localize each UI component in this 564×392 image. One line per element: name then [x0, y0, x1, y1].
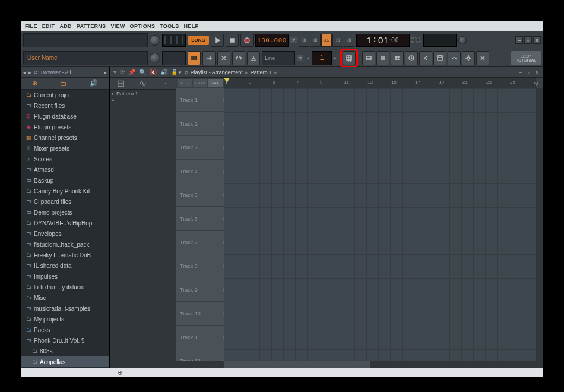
- browser-item[interactable]: 🗀Phonk Dru..it Vol. 5: [21, 335, 109, 346]
- picker-refresh-icon[interactable]: ⟳: [120, 69, 125, 75]
- browser-item[interactable]: 🗀Backup: [21, 175, 109, 186]
- playlist-maximize[interactable]: ▫: [525, 69, 533, 76]
- track-header[interactable]: Track 12: [176, 349, 224, 361]
- track-header[interactable]: Track 5: [176, 183, 224, 207]
- browser-item[interactable]: 🗀My projects: [21, 314, 109, 324]
- browser-tab-collapse-icon[interactable]: ⊕: [32, 79, 37, 87]
- playlist-grid[interactable]: [224, 88, 536, 361]
- playlist-scrollbar-horizontal[interactable]: [176, 361, 543, 368]
- browser-back-icon[interactable]: ◂: [23, 69, 26, 75]
- browser-menu-icon[interactable]: ▸: [104, 69, 107, 75]
- menu-tools[interactable]: TOOLS: [158, 23, 180, 29]
- view-piano-roll-button[interactable]: [343, 51, 356, 65]
- picker-tab-auto-icon[interactable]: ⟋: [160, 79, 170, 88]
- record-button[interactable]: [240, 34, 254, 47]
- time-display[interactable]: 1:01:00: [356, 34, 410, 47]
- track-header[interactable]: Track 8: [176, 254, 224, 278]
- track-header[interactable]: Track 4: [176, 160, 224, 183]
- pattern-prev[interactable]: ◂: [305, 51, 311, 65]
- main-volume-knob[interactable]: [150, 35, 160, 46]
- playlist-close[interactable]: ×: [534, 69, 541, 76]
- snap-select[interactable]: Line: [262, 51, 295, 65]
- menu-add[interactable]: ADD: [58, 23, 73, 29]
- time-mode-label[interactable]: B.S.TM.S.C: [411, 36, 422, 44]
- browser-item[interactable]: 🗀Recent files: [21, 100, 109, 111]
- snap-4[interactable]: ⊞: [332, 34, 343, 47]
- render-button[interactable]: [448, 51, 461, 65]
- mode-pat[interactable]: PAT: [208, 79, 223, 87]
- browser-reload-icon[interactable]: ⟳: [34, 69, 39, 75]
- play-button[interactable]: [211, 34, 224, 47]
- close-button[interactable]: ×: [533, 36, 541, 44]
- song-mode-toggle[interactable]: SONG: [188, 36, 209, 45]
- browser-item[interactable]: 🗀Demo projects: [21, 207, 109, 218]
- user-name-field[interactable]: User Name: [23, 51, 148, 65]
- browser-item[interactable]: ♪Scores: [21, 154, 109, 164]
- view-mixer-button[interactable]: [376, 51, 389, 65]
- track-header[interactable]: Track 2: [176, 112, 224, 136]
- info-button[interactable]: [476, 51, 489, 65]
- menu-edit[interactable]: EDIT: [40, 23, 57, 29]
- menu-file[interactable]: FILE: [23, 23, 39, 29]
- tempo-menu-icon[interactable]: ▾: [290, 37, 297, 43]
- browser-item[interactable]: 🗀Acapellas: [21, 356, 109, 367]
- browser-item[interactable]: 🗀flstudiom..hack_pack: [21, 239, 109, 250]
- track-header[interactable]: Track 3: [176, 136, 224, 160]
- browser-item[interactable]: 🗀IL shared data: [21, 260, 109, 271]
- picker-tab-pat-icon[interactable]: ⊞: [116, 79, 126, 88]
- browser-item[interactable]: 🗀Candy Boy Phonk Kit: [21, 186, 109, 196]
- picker-menu-icon[interactable]: ▾: [113, 69, 116, 75]
- snap-3[interactable]: 3.2: [321, 34, 332, 47]
- browser-item[interactable]: 🗀Impulses: [21, 271, 109, 282]
- browser-item[interactable]: 🗀Envelopes: [21, 228, 109, 239]
- scrollbar-thumb[interactable]: [224, 361, 370, 368]
- snap-select-chevron-icon[interactable]: ▾: [297, 55, 303, 61]
- picker-pattern-item[interactable]: Pattern 1: [110, 90, 176, 98]
- browser-item[interactable]: 🗀DYNAVIBE..'s HipHop: [21, 218, 109, 228]
- browser-item[interactable]: 🗀Atmosd: [21, 164, 109, 175]
- browser-tab-files-icon[interactable]: 🗀: [60, 80, 66, 87]
- playlist-scrollbar-vertical[interactable]: [536, 88, 543, 361]
- tool-draw[interactable]: [202, 51, 216, 65]
- playlist-minimize[interactable]: –: [517, 69, 524, 76]
- tempo-display[interactable]: 130.000: [255, 34, 289, 47]
- tool-link[interactable]: [232, 51, 245, 65]
- view-tempo-button[interactable]: [405, 51, 418, 65]
- browser-item[interactable]: 🗀808s: [21, 346, 109, 356]
- track-header[interactable]: Track 10: [176, 302, 224, 326]
- browser-item[interactable]: 🗀Current project: [21, 90, 109, 100]
- browser-item[interactable]: ⊞Plugin database: [21, 111, 109, 122]
- track-header[interactable]: Track 1: [176, 88, 224, 112]
- stop-button[interactable]: [226, 34, 239, 47]
- browser-item[interactable]: 🗀lo-fi drum..y itslucid: [21, 282, 109, 292]
- view-playlist-button[interactable]: [188, 51, 201, 65]
- mode-chan[interactable]: CHAN: [193, 79, 208, 87]
- view-channel-rack-button[interactable]: [362, 51, 375, 65]
- menu-help[interactable]: HELP: [182, 23, 201, 29]
- track-header[interactable]: Track 11: [176, 326, 224, 349]
- browser-item[interactable]: 🗀Packs: [21, 324, 109, 335]
- pattern-number[interactable]: 1: [312, 51, 332, 65]
- snap-2[interactable]: ⊞: [310, 34, 321, 47]
- browser-item[interactable]: 🗀Freaky L..ematic DnB: [21, 250, 109, 260]
- playlist-pattern-crumb[interactable]: Pattern 1: [251, 69, 273, 75]
- browser-tab-audio-icon[interactable]: 🔊: [90, 79, 98, 87]
- pattern-next[interactable]: ▸: [332, 51, 338, 65]
- browser-item[interactable]: ▦Channel presets: [21, 132, 109, 143]
- browser-item[interactable]: 🗀Misc: [21, 292, 109, 303]
- picker-tab-audio-icon[interactable]: ∿: [138, 79, 148, 88]
- undo-button[interactable]: [419, 51, 432, 65]
- save-button[interactable]: [433, 51, 446, 65]
- browser-item[interactable]: ⫴Mixer presets: [21, 143, 109, 154]
- settings-button[interactable]: [462, 51, 475, 65]
- playlist-ruler[interactable]: 1357911131517192123252729: [224, 78, 536, 88]
- snap-1[interactable]: ⊞: [299, 34, 309, 47]
- menu-options[interactable]: OPTIONS: [128, 23, 157, 29]
- picker-pin-icon[interactable]: 📌: [128, 69, 135, 75]
- menu-view[interactable]: VIEW: [109, 23, 126, 29]
- tool-stamp[interactable]: [247, 51, 260, 65]
- browser-item[interactable]: 🗀Clipboard files: [21, 196, 109, 207]
- picker-search-icon[interactable]: 🔍: [139, 69, 146, 75]
- mode-note[interactable]: NOTE: [178, 79, 192, 87]
- browser-fwd-icon[interactable]: ▸: [28, 69, 31, 75]
